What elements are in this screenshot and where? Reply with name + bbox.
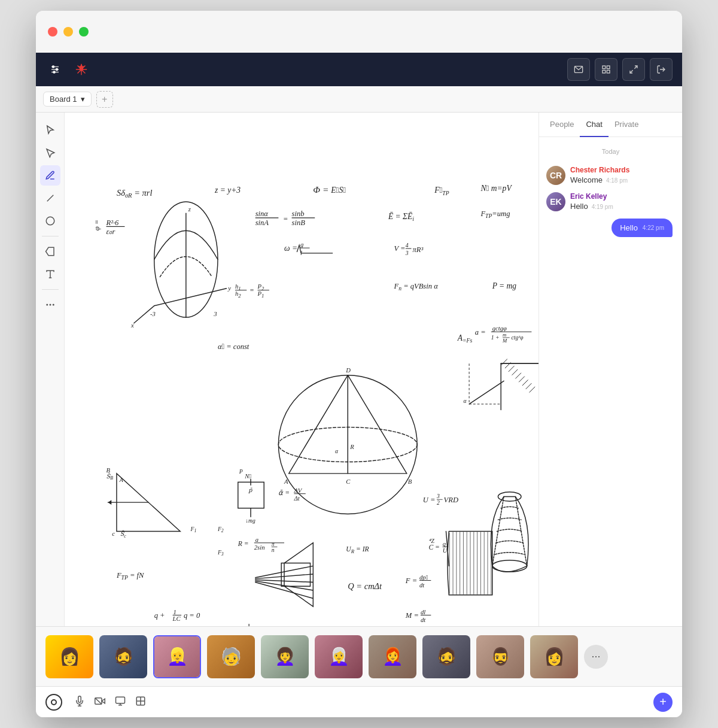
svg-text:N⃗: N⃗ <box>244 473 251 480</box>
bottom-controls: + <box>36 686 682 717</box>
maximize-button[interactable] <box>79 27 89 37</box>
fullscreen-nav-icon[interactable] <box>622 58 645 81</box>
svg-text:x: x <box>130 322 134 329</box>
screen-share-button[interactable] <box>115 696 126 709</box>
svg-point-24 <box>46 304 48 306</box>
participant-2[interactable]: 🧔 <box>99 635 147 678</box>
svg-text:VRD: VRD <box>444 496 458 504</box>
svg-text:U: U <box>443 547 448 554</box>
chat-date: Today <box>546 142 675 159</box>
svg-line-207 <box>95 697 102 704</box>
svg-text:h2: h2 <box>235 290 241 299</box>
email-nav-icon[interactable] <box>567 58 590 81</box>
pointer-tool-button[interactable] <box>40 142 60 163</box>
participant-1[interactable]: 👩 <box>45 635 93 678</box>
chester-bubble: Chester Richards Welcome 4:18 pm <box>570 166 629 184</box>
more-participants-button[interactable]: ··· <box>584 645 608 669</box>
svg-text:=: = <box>283 215 288 223</box>
svg-text:sinA: sinA <box>255 219 269 228</box>
participant-7[interactable]: 👩‍🦰 <box>369 635 416 678</box>
record-indicator <box>51 699 57 705</box>
participant-8[interactable]: 🧔 <box>422 635 470 678</box>
svg-text:R²·6: R²·6 <box>106 219 120 227</box>
svg-rect-208 <box>116 697 125 703</box>
svg-line-47 <box>154 289 227 306</box>
svg-rect-15 <box>607 70 610 73</box>
eric-avatar: EK <box>546 192 565 211</box>
svg-text:sinα: sinα <box>255 210 269 218</box>
participant-5[interactable]: 👩‍🦱 <box>261 635 309 678</box>
cam-button[interactable] <box>95 696 105 709</box>
svg-line-196 <box>522 380 528 386</box>
chat-tabs: People Chat Private <box>539 113 682 137</box>
exit-nav-icon[interactable] <box>650 58 673 81</box>
svg-line-195 <box>519 377 525 383</box>
shape-tool-button[interactable] <box>40 211 60 231</box>
svg-text:3: 3 <box>213 311 217 317</box>
more-tools-button[interactable] <box>40 295 60 315</box>
add-board-button[interactable]: + <box>96 91 113 108</box>
self-message-time: 4:22 pm <box>643 225 664 231</box>
svg-text:FTP = fN: FTP = fN <box>116 571 144 581</box>
svg-text:dt: dt <box>419 582 425 589</box>
svg-text:p̄: p̄ <box>248 487 252 493</box>
svg-text:UR = IR: UR = IR <box>346 545 369 554</box>
svg-text:z = y+3: z = y+3 <box>214 186 241 195</box>
svg-line-73 <box>289 375 348 474</box>
svg-text:P = mg: P = mg <box>492 281 517 290</box>
eric-text-row: Hello 4:19 pm <box>570 202 613 211</box>
participant-4[interactable]: 🧓 <box>207 635 255 678</box>
svg-text:3: 3 <box>405 250 409 256</box>
svg-rect-13 <box>607 66 610 69</box>
svg-text:Φ = E⃗S⃗: Φ = E⃗S⃗ <box>313 184 346 195</box>
svg-text:R: R <box>349 444 354 450</box>
svg-text:A=Fs: A=Fs <box>457 333 473 344</box>
mic-button[interactable] <box>74 696 85 709</box>
svg-line-192 <box>509 366 515 372</box>
svg-text:F2: F2 <box>217 526 224 533</box>
close-button[interactable] <box>48 27 57 37</box>
svg-text:g: g <box>300 241 303 248</box>
board-1-tab[interactable]: Board 1 ▾ <box>43 92 92 107</box>
line-tool-button[interactable] <box>40 188 60 208</box>
tab-private[interactable]: Private <box>609 113 644 137</box>
svg-text:sinb: sinb <box>292 210 305 218</box>
svg-text:α⃗ = const: α⃗ = const <box>218 342 250 351</box>
board-tab-bar: Board 1 ▾ + <box>36 86 682 113</box>
select-tool-button[interactable] <box>40 120 60 140</box>
participant-3[interactable]: 👱‍♀️ <box>153 635 201 678</box>
participant-6[interactable]: 👩‍🦳 <box>315 635 363 678</box>
record-button[interactable] <box>45 694 62 711</box>
tab-chat[interactable]: Chat <box>580 113 608 137</box>
layout-button[interactable] <box>135 696 146 709</box>
svg-text:y: y <box>227 285 231 292</box>
tab-people[interactable]: People <box>544 113 580 137</box>
add-content-button[interactable]: + <box>653 693 673 712</box>
svg-text:S̄B: S̄B <box>107 472 114 481</box>
minimize-button[interactable] <box>63 27 73 37</box>
svg-point-25 <box>49 304 51 306</box>
participant-10[interactable]: 👩 <box>530 635 578 678</box>
chat-message-chester: CR Chester Richards Welcome 4:18 pm <box>546 166 675 185</box>
text-tool-button[interactable] <box>40 264 60 284</box>
participant-9[interactable]: 🧔‍♂️ <box>476 635 524 678</box>
svg-text:M: M <box>502 338 507 344</box>
svg-text:a: a <box>255 536 258 543</box>
svg-text:dl: dl <box>421 609 425 615</box>
eraser-tool-button[interactable] <box>40 241 60 262</box>
eric-name: Eric Kelley <box>570 192 613 201</box>
settings-icon[interactable] <box>45 60 65 79</box>
svg-text:F1: F1 <box>190 526 197 533</box>
svg-point-26 <box>52 304 54 306</box>
svg-line-74 <box>348 375 407 474</box>
svg-text:SδσR = πrl: SδσR = πrl <box>117 188 153 199</box>
svg-line-16 <box>634 66 637 69</box>
whiteboard[interactable]: .math { font-family: 'Times New Roman', … <box>65 113 538 626</box>
self-message-text: Hello <box>620 223 638 232</box>
svg-text:ΔV: ΔV <box>293 487 302 494</box>
grid-nav-icon[interactable] <box>595 58 617 81</box>
svg-text:c: c <box>112 530 115 537</box>
toolbar-separator <box>42 236 59 236</box>
svg-rect-12 <box>603 66 606 69</box>
pen-tool-button[interactable] <box>40 165 60 186</box>
